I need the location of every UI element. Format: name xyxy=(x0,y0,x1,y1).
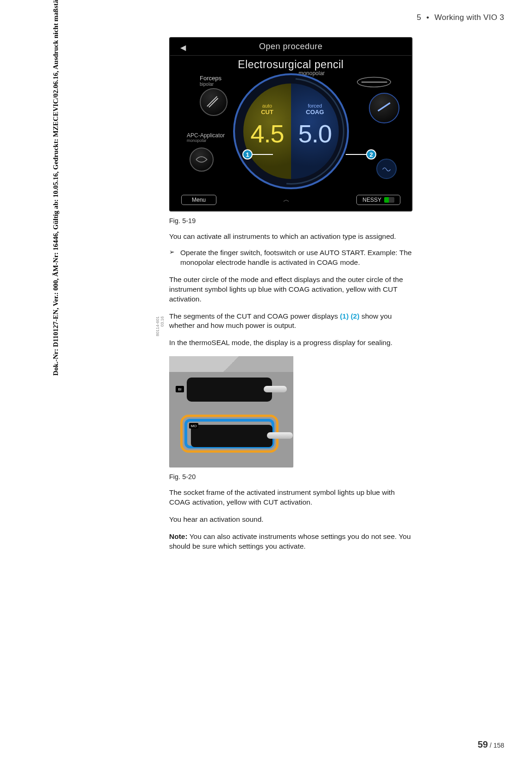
step-1-text: Operate the finger switch, footswitch or… xyxy=(180,248,412,268)
device-screenshot: ◀ Open procedure Electrosurgical pencil … xyxy=(169,37,412,211)
chevron-up-icon: ︿ xyxy=(283,196,290,204)
chapter-title: Working with VIO 3 xyxy=(434,13,504,22)
page-total: / 158 xyxy=(490,742,504,749)
socket-bi-cable xyxy=(264,386,287,392)
nessy-indicator: NESSY xyxy=(356,195,400,205)
apc-icon xyxy=(190,147,214,172)
doc-info-vertical: Dok.-Nr: D110127-EN, Ver.: 000, ÄM-Nr: 1… xyxy=(52,0,60,376)
socket-mo: MO xyxy=(191,425,272,447)
paragraph-6: You hear an activation sound. xyxy=(169,515,412,525)
apc-label: APC-Applicator monopolar xyxy=(187,133,225,143)
socket-mo-cable xyxy=(267,432,293,439)
pencil-instrument-icon xyxy=(356,75,392,89)
forceps-label: Forceps bipolar xyxy=(200,75,222,87)
cut-mode-label: CUT xyxy=(261,109,273,115)
ref-2: (2) xyxy=(351,312,360,320)
note-text: You can also activate instruments whose … xyxy=(169,532,411,550)
socket-mo-tag: MO xyxy=(189,423,198,429)
coag-mode-top: forced xyxy=(308,103,322,109)
screen-title-bar: ◀ Open procedure xyxy=(170,38,412,56)
sockets-photo: BI MO xyxy=(169,356,293,467)
screen-title: Open procedure xyxy=(170,42,412,51)
chapter-number: 5 xyxy=(417,13,421,22)
ref-1: (1) xyxy=(340,312,348,320)
step-arrow-icon: ➢ xyxy=(169,248,180,268)
mode-dial: auto CUT 4.5 forced COAG 5.0 xyxy=(233,73,349,189)
page-number: 59 / 158 xyxy=(478,739,504,750)
cut-mode-top: auto xyxy=(262,103,272,109)
page-header: 5 • Working with VIO 3 xyxy=(417,13,504,22)
right-wave-icon xyxy=(376,159,397,179)
small-code-vertical: 80114-601 03.16 xyxy=(156,316,165,336)
forceps-icon xyxy=(200,88,228,116)
cut-value: 4.5 xyxy=(250,119,284,148)
note-label: Note: xyxy=(169,532,188,540)
paragraph-4: In the thermoSEAL mode, the display is a… xyxy=(169,338,412,348)
screen-bottom-bar: Menu ︿ NESSY xyxy=(170,195,412,205)
paragraph-5: The socket frame of the activated instru… xyxy=(169,488,412,507)
paragraph-2: The outer circle of the mode and effect … xyxy=(169,275,412,304)
callout-1-line xyxy=(253,154,273,155)
small-code-2: 03.16 xyxy=(160,316,165,336)
page-current: 59 xyxy=(478,739,488,749)
instrument-title: Electrosurgical pencil xyxy=(170,58,412,71)
callout-1: 1 xyxy=(242,149,253,160)
callout-2-line xyxy=(346,154,366,155)
note-paragraph: Note: You can also activate instruments … xyxy=(169,532,412,551)
paragraph-3: The segments of the CUT and COAG power d… xyxy=(169,312,412,331)
nessy-label: NESSY xyxy=(362,197,381,203)
socket-mo-blue-ring: MO xyxy=(184,419,274,448)
nessy-bars-icon xyxy=(384,197,394,203)
figure-5-20-caption: Fig. 5-20 xyxy=(169,473,412,480)
socket-bi: BI xyxy=(187,378,272,402)
paragraph-1: You can activate all instruments to whic… xyxy=(169,232,412,242)
socket-mo-highlight: MO xyxy=(180,415,279,453)
socket-bi-tag: BI xyxy=(176,386,184,392)
coag-mode-label: COAG xyxy=(306,109,324,115)
coag-value: 5.0 xyxy=(298,119,331,148)
menu-button: Menu xyxy=(181,195,216,205)
figure-5-19-caption: Fig. 5-19 xyxy=(169,217,412,224)
right-instrument-icon xyxy=(369,93,399,123)
content-column: ◀ Open procedure Electrosurgical pencil … xyxy=(169,37,412,551)
dial-inner: auto CUT 4.5 forced COAG 5.0 xyxy=(243,83,339,179)
p3-part-a: The segments of the CUT and COAG power d… xyxy=(169,312,340,320)
back-arrow-icon: ◀ xyxy=(180,43,186,52)
callout-2: 2 xyxy=(366,149,376,160)
header-bullet: • xyxy=(426,13,429,22)
step-1: ➢ Operate the finger switch, footswitch … xyxy=(169,248,412,268)
